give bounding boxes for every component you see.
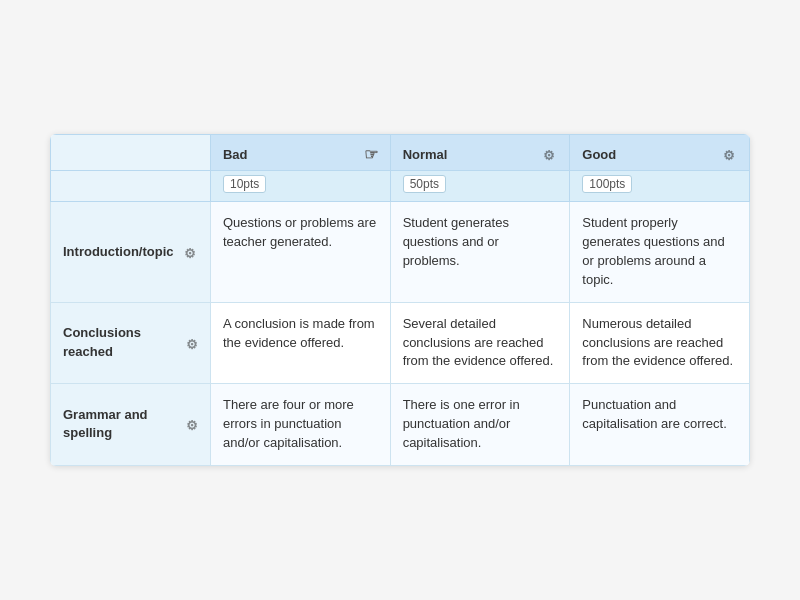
pts-normal: 50pts	[403, 175, 446, 193]
gear-icon-normal[interactable]: ⚙	[543, 148, 557, 162]
cursor-icon[interactable]: ☞	[364, 145, 378, 164]
pts-good-cell: 100pts	[570, 171, 750, 202]
col-bad-label: Bad	[223, 147, 248, 162]
pts-bad-cell: 10pts	[210, 171, 390, 202]
gear-icon-row-2[interactable]: ⚙	[186, 417, 198, 431]
row-header-0[interactable]: Introduction/topic⚙	[51, 202, 211, 302]
cell-bad-2: There are four or more errors in punctua…	[210, 384, 390, 466]
pts-normal-cell: 50pts	[390, 171, 570, 202]
rubric-table: Bad ☞ Normal ⚙ Good ⚙	[50, 134, 750, 465]
gear-icon-row-1[interactable]: ⚙	[186, 336, 198, 350]
column-header-row: Bad ☞ Normal ⚙ Good ⚙	[51, 135, 750, 171]
cell-normal-1: Several detailed conclusions are reached…	[390, 302, 570, 384]
cell-normal-2: There is one error in punctuation and/or…	[390, 384, 570, 466]
table-row: Introduction/topic⚙Questions or problems…	[51, 202, 750, 302]
pts-good: 100pts	[582, 175, 632, 193]
cell-good-2: Punctuation and capitalisation are corre…	[570, 384, 750, 466]
pts-bad: 10pts	[223, 175, 266, 193]
header-empty-cell	[51, 135, 211, 171]
row-header-1[interactable]: Conclusions reached⚙	[51, 302, 211, 384]
pts-empty-cell	[51, 171, 211, 202]
col-header-normal[interactable]: Normal ⚙	[390, 135, 570, 171]
col-good-label: Good	[582, 147, 616, 162]
column-pts-row: 10pts 50pts 100pts	[51, 171, 750, 202]
col-normal-label: Normal	[403, 147, 448, 162]
cell-normal-0: Student generates questions and or probl…	[390, 202, 570, 302]
col-header-good[interactable]: Good ⚙	[570, 135, 750, 171]
table-row: Conclusions reached⚙A conclusion is made…	[51, 302, 750, 384]
col-header-bad[interactable]: Bad ☞	[210, 135, 390, 171]
cell-bad-1: A conclusion is made from the evidence o…	[210, 302, 390, 384]
row-header-label-1: Conclusions reached	[63, 324, 180, 362]
cell-bad-0: Questions or problems are teacher genera…	[210, 202, 390, 302]
rubric-table-wrapper: Bad ☞ Normal ⚙ Good ⚙	[50, 134, 750, 465]
row-header-2[interactable]: Grammar and spelling⚙	[51, 384, 211, 466]
cell-good-0: Student properly generates questions and…	[570, 202, 750, 302]
row-header-label-2: Grammar and spelling	[63, 406, 180, 444]
table-row: Grammar and spelling⚙There are four or m…	[51, 384, 750, 466]
gear-icon-good[interactable]: ⚙	[723, 148, 737, 162]
cell-good-1: Numerous detailed conclusions are reache…	[570, 302, 750, 384]
row-header-label-0: Introduction/topic	[63, 243, 173, 262]
gear-icon-row-0[interactable]: ⚙	[184, 245, 198, 259]
